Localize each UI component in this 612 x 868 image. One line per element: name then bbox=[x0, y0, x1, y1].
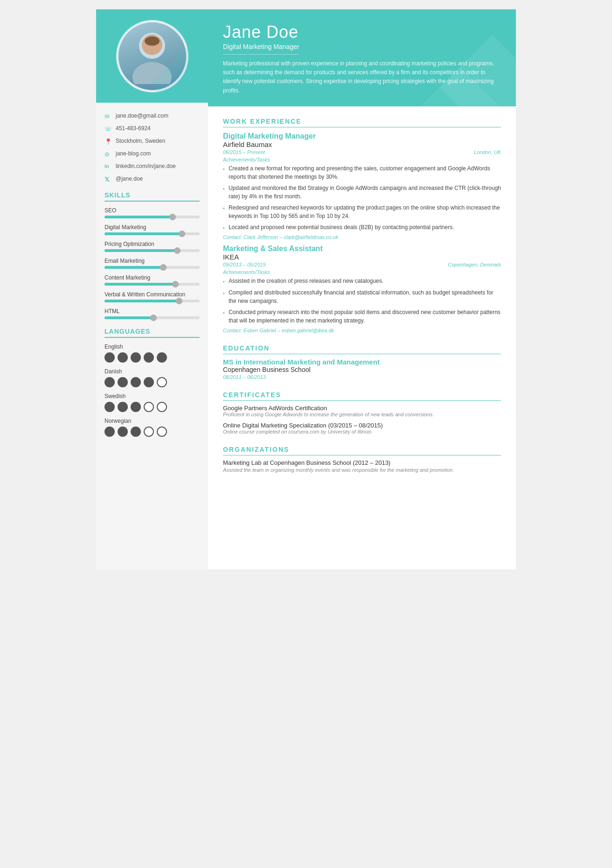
achievements-label: Achievements/Tasks bbox=[223, 157, 501, 162]
job-title: Marketing & Sales Assistant bbox=[223, 245, 501, 253]
language-dot bbox=[157, 427, 167, 437]
linkedin-icon: in bbox=[104, 163, 112, 169]
bullet-icon: ▪ bbox=[223, 185, 225, 201]
job-date: 09/2013 – 05/2015 bbox=[223, 262, 266, 267]
twitter-icon: 𝕏 bbox=[104, 176, 112, 183]
skill-label: Digital Marketing bbox=[104, 224, 200, 231]
person-name: Jane Doe bbox=[223, 22, 501, 42]
language-dot bbox=[131, 377, 141, 387]
skill-item: Digital Marketing bbox=[104, 224, 200, 235]
organization-name: Marketing Lab at Copenhagen Business Sch… bbox=[223, 459, 501, 466]
languages-list: English Danish Swedish Norwegian bbox=[104, 343, 200, 437]
skill-bar-dot bbox=[174, 247, 181, 254]
job-company: IKEA bbox=[223, 253, 501, 261]
language-item: Norwegian bbox=[104, 418, 200, 437]
language-dot bbox=[157, 352, 167, 363]
contact-phone: ☏ 451-483-6924 bbox=[104, 125, 200, 133]
skill-label: Pricing Optimization bbox=[104, 241, 200, 247]
language-dot bbox=[104, 377, 115, 387]
list-item: ▪Created a new format for reporting and … bbox=[223, 164, 501, 181]
skill-bar-dot bbox=[172, 281, 179, 287]
education-title: EDUCATION bbox=[223, 344, 501, 354]
main-header: Jane Doe Digital Marketing Manager Marke… bbox=[208, 9, 516, 106]
skill-bar-dot bbox=[179, 231, 185, 237]
contact-location: 📍 Stockholm, Sweden bbox=[104, 137, 200, 145]
location-icon: 📍 bbox=[104, 138, 112, 145]
skill-bar-fill bbox=[104, 232, 185, 235]
languages-section-title: LANGUAGES bbox=[104, 328, 200, 338]
skill-bar bbox=[104, 232, 200, 235]
skill-bar-fill bbox=[104, 216, 176, 218]
website-text: jane-blog.com bbox=[116, 150, 151, 158]
skill-label: Email Marketing bbox=[104, 258, 200, 264]
certificate-item: Online Digital Marketing Specialization … bbox=[223, 422, 501, 434]
education-item: MS in International Marketing and Manage… bbox=[223, 358, 501, 380]
work-experience-section: WORK EXPERIENCE Digital Marketing Manage… bbox=[223, 118, 501, 333]
sidebar: ✉ jane.doe@gmail.com ☏ 451-483-6924 📍 St… bbox=[96, 9, 208, 569]
language-dot bbox=[131, 402, 141, 412]
list-item: ▪Updated and monitored the Bid Strategy … bbox=[223, 184, 501, 201]
skill-bar-fill bbox=[104, 266, 167, 269]
bullet-icon: ▪ bbox=[223, 309, 225, 325]
language-label: Norwegian bbox=[104, 418, 200, 424]
language-dot bbox=[157, 377, 167, 387]
language-dot bbox=[118, 427, 128, 437]
skill-bar bbox=[104, 300, 200, 302]
skill-label: Content Marketing bbox=[104, 274, 200, 281]
twitter-text: @jane.doe bbox=[116, 175, 143, 183]
skill-item: Email Marketing bbox=[104, 258, 200, 269]
skill-bar-fill bbox=[104, 316, 157, 319]
language-dot bbox=[118, 352, 128, 363]
organizations-list: Marketing Lab at Copenhagen Business Sch… bbox=[223, 459, 501, 474]
list-item: ▪Compiled and distributed successfully f… bbox=[223, 288, 501, 305]
contact-website: ⊜ jane-blog.com bbox=[104, 150, 200, 158]
skill-bar-fill bbox=[104, 283, 179, 286]
skill-bar-dot bbox=[160, 264, 167, 271]
language-label: Swedish bbox=[104, 393, 200, 399]
main-body: WORK EXPERIENCE Digital Marketing Manage… bbox=[208, 106, 516, 569]
bullet-icon: ▪ bbox=[223, 204, 225, 220]
skill-item: Pricing Optimization bbox=[104, 241, 200, 252]
email-icon: ✉ bbox=[104, 113, 112, 120]
organizations-title: ORGANIZATIONS bbox=[223, 446, 501, 455]
organization-desc: Assisted the team in organizing monthly … bbox=[223, 466, 501, 474]
skill-item: Content Marketing bbox=[104, 274, 200, 286]
svg-point-3 bbox=[145, 36, 160, 46]
skill-item: Verbal & Written Communication bbox=[104, 291, 200, 302]
job-item: Digital Marketing Manager Airfield Bauma… bbox=[223, 132, 501, 240]
language-item: Swedish bbox=[104, 393, 200, 412]
photo-area bbox=[96, 9, 208, 103]
skill-bar bbox=[104, 316, 200, 319]
location-text: Stockholm, Sweden bbox=[116, 137, 165, 145]
language-dot bbox=[144, 377, 154, 387]
linkedin-text: linkedin.com/in/jane.doe bbox=[116, 162, 176, 170]
person-title: Digital Marketing Manager bbox=[223, 43, 299, 55]
organizations-section: ORGANIZATIONS Marketing Lab at Copenhage… bbox=[223, 446, 501, 474]
bullet-icon: ▪ bbox=[223, 289, 225, 305]
language-dots bbox=[104, 427, 200, 437]
skill-label: Verbal & Written Communication bbox=[104, 291, 200, 298]
contact-twitter: 𝕏 @jane.doe bbox=[104, 175, 200, 183]
job-meta: 06/2015 – Present London, UK bbox=[223, 149, 501, 155]
sidebar-content: ✉ jane.doe@gmail.com ☏ 451-483-6924 📍 St… bbox=[96, 103, 208, 452]
job-title: Digital Marketing Manager bbox=[223, 132, 501, 140]
skill-bar bbox=[104, 216, 200, 218]
certificates-section: CERTIFICATES Google Partners AdWords Cer… bbox=[223, 391, 501, 434]
skill-bar-fill bbox=[104, 300, 182, 302]
job-contact: Contact: Esben Gabriel – esben.gabriel@i… bbox=[223, 328, 501, 333]
list-item: ▪Redesigned and researched keywords for … bbox=[223, 203, 501, 220]
list-item: ▪Conducted primary research into the mos… bbox=[223, 308, 501, 325]
job-date: 06/2015 – Present bbox=[223, 149, 265, 155]
website-icon: ⊜ bbox=[104, 151, 112, 158]
education-section: EDUCATION MS in International Marketing … bbox=[223, 344, 501, 380]
language-label: English bbox=[104, 343, 200, 350]
phone-icon: ☏ bbox=[104, 126, 112, 133]
contact-linkedin: in linkedin.com/in/jane.doe bbox=[104, 162, 200, 170]
skills-section-title: SKILLS bbox=[104, 191, 200, 202]
language-dot bbox=[104, 402, 115, 412]
email-text: jane.doe@gmail.com bbox=[116, 112, 168, 120]
achievements-label: Achievements/Tasks bbox=[223, 269, 501, 275]
work-experience-title: WORK EXPERIENCE bbox=[223, 118, 501, 127]
skill-label: HTML bbox=[104, 308, 200, 315]
job-contact: Contact: Clark Jefferson – clark@airfiel… bbox=[223, 234, 501, 240]
